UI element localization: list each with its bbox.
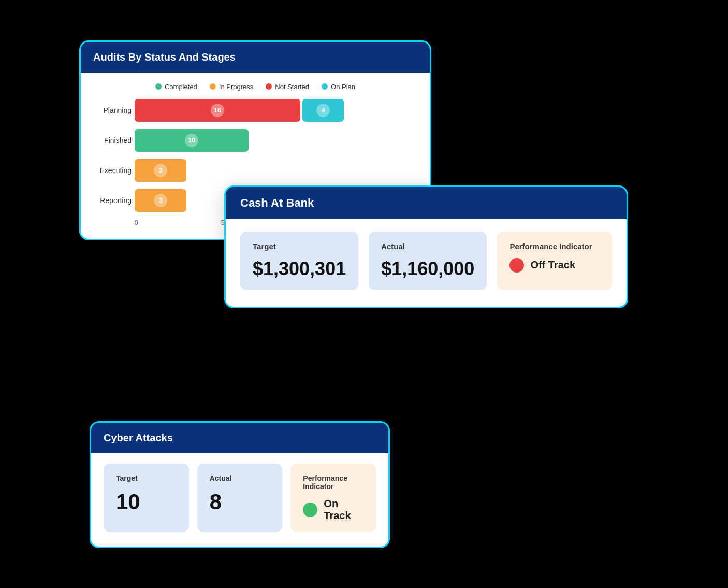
bar-badge-reporting-orange: 3 xyxy=(154,194,167,207)
bar-segment-planning-red: 16 xyxy=(135,99,300,122)
cash-card-body: Target $1,300,301 Actual $1,160,000 Perf… xyxy=(226,219,627,307)
legend-item-notstarted: Not Started xyxy=(266,83,309,91)
legend-dot-completed xyxy=(155,83,162,90)
cyber-performance-box: Performance Indicator On Track xyxy=(290,464,376,532)
bar-label-planning: Planning xyxy=(93,106,132,114)
legend-dot-notstarted xyxy=(266,83,272,90)
cash-actual-box: Actual $1,160,000 xyxy=(369,232,487,290)
bar-label-reporting: Reporting xyxy=(93,196,132,205)
legend-label-onplan: On Plan xyxy=(331,83,355,91)
cyber-actual-label: Actual xyxy=(210,474,270,482)
cyber-card: Cyber Attacks Target 10 Actual 8 Perform… xyxy=(90,421,390,548)
bars-planning: 16 4 xyxy=(135,99,417,122)
bars-finished: 10 xyxy=(135,129,417,152)
bar-badge-planning-red: 16 xyxy=(211,104,224,117)
legend-dot-inprogress xyxy=(210,83,216,90)
cash-performance-row: Off Track xyxy=(509,258,600,273)
bar-segment-finished-green: 10 xyxy=(135,129,249,152)
bar-row-finished: Finished 10 xyxy=(135,129,417,152)
bar-label-finished: Finished xyxy=(93,136,132,145)
legend-item-inprogress: In Progress xyxy=(210,83,253,91)
cash-actual-value: $1,160,000 xyxy=(381,258,474,280)
cyber-performance-row: On Track xyxy=(303,498,363,522)
cyber-target-box: Target 10 xyxy=(104,464,189,532)
bar-row-executing: Executing 3 xyxy=(135,159,417,182)
cyber-performance-status: On Track xyxy=(324,498,363,522)
cash-target-label: Target xyxy=(253,242,346,251)
bar-badge-planning-cyan: 4 xyxy=(316,104,330,117)
cyber-title: Cyber Attacks xyxy=(104,432,173,443)
cyber-actual-value: 8 xyxy=(210,490,270,514)
cash-card: Cash At Bank Target $1,300,301 Actual $1… xyxy=(224,185,628,308)
cyber-performance-label: Performance Indicator xyxy=(303,474,363,491)
cyber-target-value: 10 xyxy=(116,490,177,514)
bar-badge-executing-orange: 3 xyxy=(154,164,167,177)
bar-row-planning: Planning 16 4 xyxy=(135,99,417,122)
cyber-performance-dot xyxy=(303,503,317,517)
bar-label-executing: Executing xyxy=(93,166,132,175)
audits-title: Audits By Status And Stages xyxy=(93,51,236,63)
cyber-actual-box: Actual 8 xyxy=(197,464,283,532)
legend-label-notstarted: Not Started xyxy=(275,83,309,91)
cash-target-box: Target $1,300,301 xyxy=(240,232,358,290)
cash-title: Cash At Bank xyxy=(240,196,314,209)
legend-item-completed: Completed xyxy=(155,83,197,91)
cyber-card-header: Cyber Attacks xyxy=(91,423,388,453)
bar-segment-planning-cyan: 4 xyxy=(302,99,344,122)
legend-dot-onplan xyxy=(322,83,328,90)
cash-performance-label: Performance Indicator xyxy=(509,242,600,251)
bar-badge-finished-green: 10 xyxy=(185,134,198,147)
chart-legend: Completed In Progress Not Started On Pla… xyxy=(93,83,417,91)
bar-segment-reporting-orange: 3 xyxy=(135,189,186,212)
legend-label-completed: Completed xyxy=(165,83,197,91)
axis-tick-0: 0 xyxy=(135,219,138,226)
cash-performance-dot xyxy=(509,258,524,273)
cyber-target-label: Target xyxy=(116,474,177,482)
cash-card-header: Cash At Bank xyxy=(226,187,627,219)
audits-card-header: Audits By Status And Stages xyxy=(81,42,430,73)
cash-performance-status: Off Track xyxy=(530,259,575,271)
bars-executing: 3 xyxy=(135,159,417,182)
cyber-card-body: Target 10 Actual 8 Performance Indicator… xyxy=(91,453,388,547)
cash-performance-box: Performance Indicator Off Track xyxy=(497,232,612,290)
legend-label-inprogress: In Progress xyxy=(219,83,253,91)
bar-segment-executing-orange: 3 xyxy=(135,159,186,182)
cash-actual-label: Actual xyxy=(381,242,474,251)
cash-target-value: $1,300,301 xyxy=(253,258,346,280)
legend-item-onplan: On Plan xyxy=(322,83,355,91)
